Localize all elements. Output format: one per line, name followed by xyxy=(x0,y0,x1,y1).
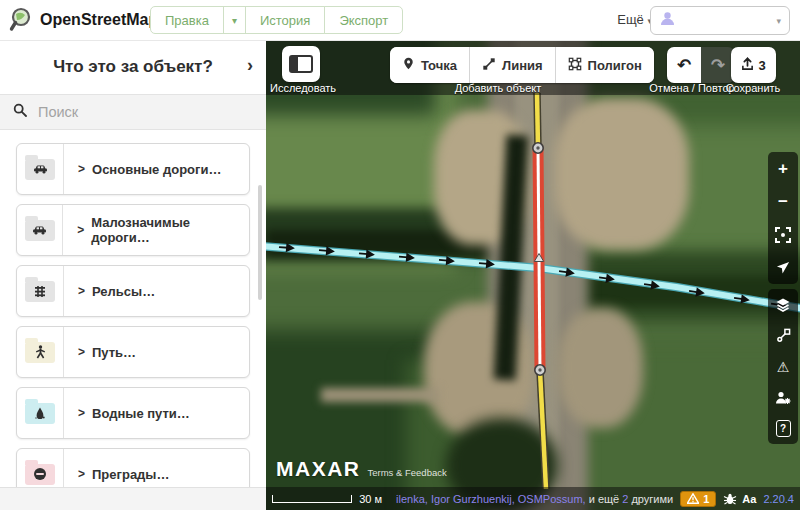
osm-logo-icon[interactable] xyxy=(9,6,36,37)
category-barriers[interactable]: >Преграды… xyxy=(16,448,250,488)
search-icon xyxy=(13,103,27,121)
help-icon: ? xyxy=(776,420,791,437)
map-data-button[interactable] xyxy=(768,320,798,351)
undo-button[interactable]: ↶ xyxy=(667,47,701,83)
imagery-dirt xyxy=(558,308,643,428)
redo-icon: ↷ xyxy=(711,55,725,76)
issues-button[interactable]: ⚠ xyxy=(768,351,798,382)
status-bar: 30 м ilenka, Igor Gurzhuenkij, OSMPossum… xyxy=(266,487,800,510)
imagery-dirt xyxy=(321,388,439,402)
search-input[interactable] xyxy=(36,103,240,121)
scale-bar xyxy=(272,495,352,503)
chevron-right-icon[interactable]: › xyxy=(247,55,253,76)
sidebar: Что это за объект? › >Основные дороги… xyxy=(0,40,266,510)
imagery-attribution: MAXAR Terms & Feedback xyxy=(276,457,447,481)
chevron-right-icon: > xyxy=(78,467,85,481)
category-waterways[interactable]: >Водные пути… xyxy=(16,387,250,439)
zoom-to-selection-button[interactable] xyxy=(768,218,798,251)
layers-button[interactable] xyxy=(768,289,798,320)
sidebar-layout-icon xyxy=(289,55,313,73)
version-link[interactable]: 2.20.4 xyxy=(763,493,794,505)
edit-button[interactable]: Правка xyxy=(150,6,224,34)
category-label: Путь… xyxy=(92,345,136,360)
undo-icon: ↶ xyxy=(677,55,691,76)
map-canvas[interactable]: Исследовать Точка Линия Полигон Добавить… xyxy=(266,40,800,510)
issues-count: 1 xyxy=(703,493,709,505)
water-icon xyxy=(25,403,55,424)
barrier-icon xyxy=(25,464,55,485)
chevron-right-icon: > xyxy=(78,345,85,359)
translate-icon[interactable]: Aа xyxy=(742,493,756,505)
zoom-out-button[interactable]: − xyxy=(768,185,798,218)
save-button[interactable]: 3 xyxy=(731,47,776,83)
category-paths[interactable]: >Путь… xyxy=(16,326,250,378)
chevron-down-icon: ▾ xyxy=(776,16,781,26)
sidebar-footer xyxy=(0,487,266,510)
add-point-button[interactable]: Точка xyxy=(390,47,469,83)
help-button[interactable]: ? xyxy=(768,413,798,444)
issues-badge[interactable]: 1 xyxy=(680,491,716,507)
save-label: Сохранить xyxy=(716,82,790,94)
layers-icon xyxy=(775,297,791,313)
user-menu[interactable]: ▾ xyxy=(650,6,790,35)
user-settings-icon xyxy=(775,390,791,406)
add-object-group: Точка Линия Полигон xyxy=(390,47,654,83)
page-title: Что это за объект? xyxy=(53,57,213,77)
map-toolbar: Исследовать Точка Линия Полигон Добавить… xyxy=(266,40,800,95)
add-area-button[interactable]: Полигон xyxy=(555,47,654,83)
avatar-icon xyxy=(659,10,676,31)
save-count: 3 xyxy=(758,58,765,73)
sidebar-scrollbar[interactable] xyxy=(258,185,262,300)
footer-icons: Aа xyxy=(723,493,756,505)
browse-mode-button[interactable] xyxy=(282,46,320,82)
contributors: ilenka, Igor Gurzhuenkij, OSMPossum, и е… xyxy=(396,493,673,505)
edit-dropdown-caret[interactable]: ▾ xyxy=(223,6,246,34)
brand-title[interactable]: OpenStreetMap xyxy=(40,0,158,40)
redo-button[interactable]: ↷ xyxy=(701,47,735,83)
undo-redo-group: ↶ ↷ xyxy=(667,47,735,83)
imagery-dirt xyxy=(554,98,689,250)
upload-icon xyxy=(741,57,754,74)
category-list: >Основные дороги… >Малозначимые дороги… … xyxy=(0,132,266,488)
polygon-icon xyxy=(568,57,582,74)
terms-feedback-link[interactable]: Terms & Feedback xyxy=(368,467,447,478)
category-label: Рельсы… xyxy=(92,284,155,299)
geolocate-button[interactable] xyxy=(768,251,798,284)
car-icon xyxy=(25,159,55,180)
preferences-button[interactable] xyxy=(768,382,798,413)
scale-label: 30 м xyxy=(359,493,382,505)
railway-icon xyxy=(25,281,55,302)
history-button[interactable]: История xyxy=(245,6,325,34)
category-minor-roads[interactable]: >Малозначимые дороги… xyxy=(16,204,250,256)
frame-icon xyxy=(775,227,791,243)
zoom-controls: + − xyxy=(768,152,798,284)
browse-mode-label: Исследовать xyxy=(270,82,334,94)
map-panel-controls: ⚠ ? xyxy=(768,289,798,444)
export-button[interactable]: Экспорт xyxy=(324,6,403,34)
pedestrian-icon xyxy=(25,342,55,363)
bug-report-icon[interactable] xyxy=(723,493,737,505)
map-data-icon xyxy=(776,328,791,343)
chevron-right-icon: > xyxy=(77,223,84,237)
category-rails[interactable]: >Рельсы… xyxy=(16,265,250,317)
maxar-logo: MAXAR xyxy=(276,457,361,481)
osm-id-editor: OpenStreetMap Правка ▾ История Экспорт Е… xyxy=(0,0,800,510)
search-bar xyxy=(0,94,266,130)
more-menu[interactable]: Ещё ▾ xyxy=(617,0,652,41)
nav-button-group: Правка ▾ История Экспорт xyxy=(150,6,403,34)
contributor-links[interactable]: ilenka, Igor Gurzhuenkij, OSMPossum, xyxy=(396,493,586,505)
zoom-in-button[interactable]: + xyxy=(768,152,798,185)
chevron-right-icon: > xyxy=(78,406,85,420)
category-label: Водные пути… xyxy=(92,406,190,421)
category-major-roads[interactable]: >Основные дороги… xyxy=(16,143,250,195)
point-icon xyxy=(402,56,415,74)
chevron-right-icon: > xyxy=(78,162,85,176)
car-icon xyxy=(25,220,55,241)
category-label: Преграды… xyxy=(92,467,169,482)
warning-icon xyxy=(687,493,699,504)
category-label: Малозначимые дороги… xyxy=(91,215,249,245)
add-object-label: Добавить объект xyxy=(390,82,606,94)
add-line-button[interactable]: Линия xyxy=(469,47,555,83)
chevron-right-icon: > xyxy=(78,284,85,298)
locate-arrow-icon xyxy=(776,260,791,275)
